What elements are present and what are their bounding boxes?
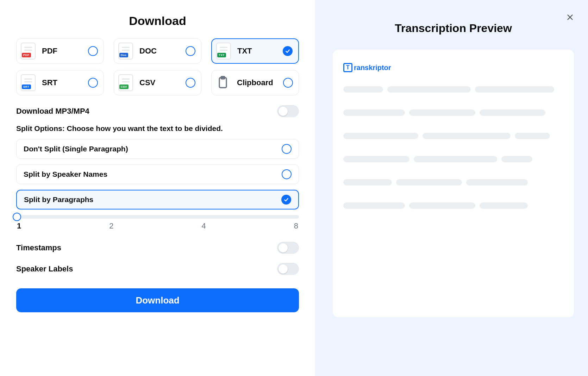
brand-mark-icon: T: [343, 63, 352, 72]
preview-card: T ranskriptor: [333, 50, 574, 317]
skeleton-bar: [423, 133, 511, 139]
skeleton-paragraph: [343, 109, 563, 116]
clipboard-icon: [216, 74, 231, 91]
preview-title: Transcription Preview: [333, 22, 574, 35]
toggle-timestamps-label: Timestamps: [16, 243, 61, 252]
skeleton-bar: [343, 86, 383, 93]
download-panel: Download PDFPDFDocDOCTXTTXTSRTSRTCSVCSVC…: [0, 0, 315, 376]
format-radio[interactable]: [186, 78, 195, 88]
media-toggle[interactable]: [277, 105, 299, 117]
format-pdf[interactable]: PDFPDF: [16, 38, 104, 64]
toggle-speaker-labels-row: Speaker Labels: [16, 263, 299, 275]
format-label: PDF: [42, 46, 57, 56]
format-txt[interactable]: TXTTXT: [211, 38, 299, 64]
skeleton-paragraph: [343, 179, 563, 186]
skeleton-bar: [501, 156, 532, 162]
format-doc[interactable]: DocDOC: [114, 38, 201, 64]
format-radio[interactable]: [283, 78, 293, 88]
toggle-timestamps-row: Timestamps: [16, 242, 299, 254]
skeleton-bar: [409, 109, 475, 116]
file-pdf-icon: PDF: [21, 43, 36, 59]
split-by-paragraphs[interactable]: Split by Paragraphs: [16, 190, 299, 209]
preview-skeletons: [343, 86, 563, 209]
format-csv[interactable]: CSVCSV: [114, 70, 201, 95]
format-radio[interactable]: [88, 78, 98, 88]
format-radio[interactable]: [283, 46, 293, 56]
split-dont-split[interactable]: Don't Split (Single Paragraph): [16, 139, 299, 159]
skeleton-paragraph: [343, 86, 563, 93]
skeleton-bar: [515, 133, 550, 139]
split-options: Don't Split (Single Paragraph)Split by S…: [16, 139, 299, 209]
skeleton-bar: [387, 86, 471, 93]
paragraph-slider: 1248: [16, 215, 299, 231]
split-option-label: Split by Paragraphs: [24, 195, 93, 204]
format-srt[interactable]: SRTSRT: [16, 70, 104, 95]
skeleton-bar: [396, 179, 462, 186]
preview-panel: Transcription Preview T ranskriptor: [315, 0, 588, 376]
slider-tick: 4: [202, 221, 206, 231]
skeleton-bar: [343, 202, 405, 209]
toggle-timestamps[interactable]: [277, 242, 299, 254]
brand-logo: T ranskriptor: [343, 63, 563, 72]
paragraph-slider-ticks: 1248: [16, 221, 299, 231]
skeleton-paragraph: [343, 133, 563, 139]
skeleton-bar: [414, 156, 498, 162]
format-grid: PDFPDFDocDOCTXTTXTSRTSRTCSVCSVClipboard: [16, 38, 299, 95]
slider-tick: 1: [17, 221, 21, 231]
media-toggle-label: Download MP3/MP4: [16, 107, 89, 116]
paragraph-slider-thumb[interactable]: [13, 213, 21, 221]
format-radio[interactable]: [88, 46, 98, 56]
format-label: CSV: [139, 78, 155, 87]
slider-tick: 2: [109, 221, 113, 231]
file-doc-icon: Doc: [118, 43, 133, 59]
format-label: DOC: [139, 46, 157, 56]
download-title: Download: [16, 14, 299, 28]
skeleton-bar: [475, 86, 554, 93]
additional-toggles: TimestampsSpeaker Labels: [16, 242, 299, 275]
toggle-speaker-labels-label: Speaker Labels: [16, 264, 73, 274]
skeleton-bar: [466, 179, 528, 186]
close-icon[interactable]: [566, 13, 574, 23]
media-toggle-row: Download MP3/MP4: [16, 105, 299, 117]
skeleton-bar: [480, 109, 546, 116]
format-label: SRT: [42, 78, 57, 87]
split-option-radio[interactable]: [281, 195, 291, 205]
file-csv-icon: CSV: [118, 74, 133, 91]
brand-text: ranskriptor: [354, 64, 391, 72]
split-option-label: Don't Split (Single Paragraph): [24, 145, 128, 153]
format-label: Clipboard: [237, 78, 273, 87]
format-label: TXT: [237, 46, 252, 56]
split-option-radio[interactable]: [282, 169, 292, 179]
split-option-radio[interactable]: [282, 144, 292, 154]
split-section-label: Split Options: Choose how you want the t…: [16, 124, 299, 133]
skeleton-bar: [480, 202, 528, 209]
format-clipboard[interactable]: Clipboard: [211, 70, 299, 95]
split-by-speaker[interactable]: Split by Speaker Names: [16, 164, 299, 184]
file-txt-icon: TXT: [216, 43, 231, 59]
skeleton-paragraph: [343, 202, 563, 209]
split-option-label: Split by Speaker Names: [24, 170, 107, 178]
skeleton-paragraph: [343, 156, 563, 162]
skeleton-bar: [409, 202, 475, 209]
download-button[interactable]: Download: [16, 288, 299, 312]
skeleton-bar: [343, 133, 418, 139]
format-radio[interactable]: [186, 46, 195, 56]
file-srt-icon: SRT: [21, 74, 36, 91]
slider-tick: 8: [294, 221, 298, 231]
paragraph-slider-track[interactable]: [16, 215, 299, 219]
skeleton-bar: [343, 156, 409, 162]
skeleton-bar: [343, 109, 405, 116]
toggle-speaker-labels[interactable]: [277, 263, 299, 275]
skeleton-bar: [343, 179, 392, 186]
